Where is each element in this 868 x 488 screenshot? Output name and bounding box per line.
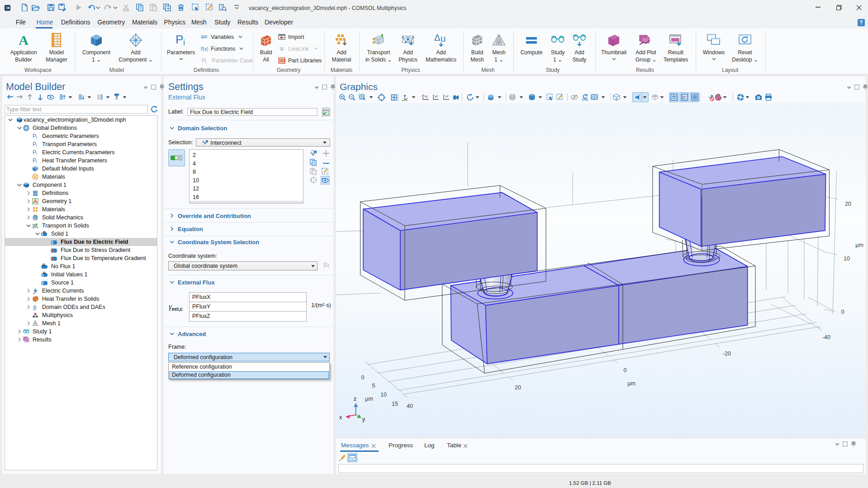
svg-text:y: y bbox=[362, 416, 365, 422]
svg-text:P: P bbox=[33, 133, 36, 139]
svg-text:u: u bbox=[441, 33, 446, 43]
svg-text:P: P bbox=[33, 157, 36, 164]
svg-text:i: i bbox=[36, 160, 37, 164]
svg-text:15: 15 bbox=[392, 401, 398, 407]
svg-text:a: a bbox=[201, 33, 204, 40]
svg-text:i: i bbox=[36, 143, 37, 147]
svg-text:0: 0 bbox=[361, 374, 365, 381]
svg-text:10: 10 bbox=[844, 256, 850, 262]
svg-text:0: 0 bbox=[624, 367, 627, 374]
svg-text:i: i bbox=[36, 152, 37, 156]
svg-text:-40: -40 bbox=[822, 334, 830, 341]
svg-text:xy: xy bbox=[424, 94, 428, 98]
svg-text:z: z bbox=[354, 395, 357, 402]
svg-text:A: A bbox=[19, 33, 28, 47]
svg-text:dt: dt bbox=[33, 307, 36, 310]
svg-text:D: D bbox=[43, 263, 45, 267]
svg-text:D: D bbox=[43, 271, 46, 275]
svg-text:P: P bbox=[33, 149, 36, 156]
svg-text:D: D bbox=[43, 231, 46, 234]
svg-text:0: 0 bbox=[841, 309, 844, 315]
svg-text:Δ: Δ bbox=[434, 33, 440, 43]
svg-text:20: 20 bbox=[515, 384, 521, 391]
svg-text:x: x bbox=[339, 414, 342, 421]
svg-text:µm: µm bbox=[365, 396, 373, 402]
svg-text:20: 20 bbox=[845, 201, 851, 207]
svg-text:40: 40 bbox=[407, 403, 413, 409]
svg-text:i: i bbox=[36, 135, 37, 139]
svg-text:10: 10 bbox=[380, 392, 387, 398]
svg-text:yz: yz bbox=[435, 94, 438, 98]
svg-text:-20: -20 bbox=[723, 351, 731, 357]
svg-text:µm: µm bbox=[855, 242, 863, 248]
svg-text:P: P bbox=[33, 141, 36, 147]
svg-text:5: 5 bbox=[372, 383, 375, 389]
svg-text:xz: xz bbox=[445, 94, 449, 98]
svg-text:i: i bbox=[183, 38, 185, 47]
svg-text:µm: µm bbox=[627, 380, 636, 387]
svg-text:P: P bbox=[175, 33, 183, 46]
